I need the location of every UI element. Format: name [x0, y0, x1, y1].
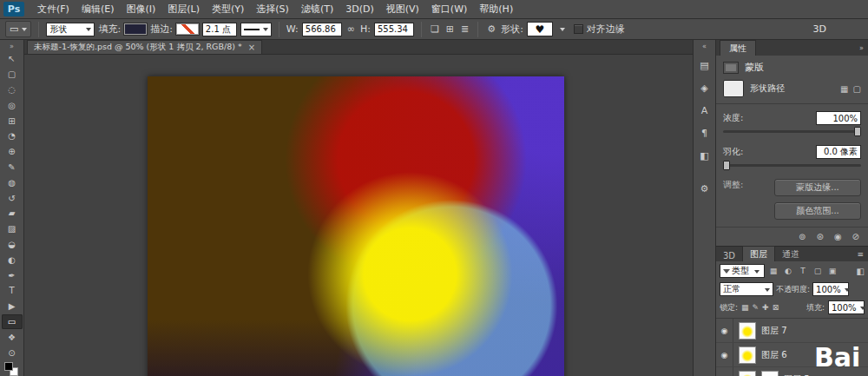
- blur-tool[interactable]: ◒: [2, 237, 23, 253]
- tool-mode-select[interactable]: 形状: [46, 23, 95, 36]
- tool-preset-picker[interactable]: ▭: [5, 21, 31, 37]
- layer-name[interactable]: 图层 7: [761, 325, 787, 337]
- lock-position-icon[interactable]: ✚: [762, 303, 769, 312]
- collapse-panel-icon[interactable]: »: [859, 44, 868, 52]
- expand-panels-icon[interactable]: «: [702, 43, 707, 50]
- height-input[interactable]: 555.34: [374, 23, 414, 36]
- menu-select[interactable]: 选择(S): [250, 3, 295, 16]
- layer-fill-input[interactable]: 100%: [828, 300, 865, 314]
- feather-input[interactable]: 0.0 像素: [816, 145, 861, 159]
- stroke-style-select[interactable]: [240, 23, 272, 36]
- load-selection-icon[interactable]: ⊚: [799, 232, 806, 241]
- panel-menu-icon[interactable]: ≡: [857, 250, 868, 259]
- menu-window[interactable]: 窗口(W): [425, 3, 473, 16]
- menu-3d[interactable]: 3D(D): [339, 3, 380, 15]
- pen-tool[interactable]: ✒: [2, 267, 23, 283]
- path-select-tool[interactable]: ▶: [2, 299, 23, 314]
- lasso-tool[interactable]: ◌: [2, 82, 23, 98]
- foreground-color-chip[interactable]: [4, 362, 13, 371]
- stroke-color-swatch[interactable]: [176, 23, 199, 35]
- color-chips[interactable]: [4, 362, 20, 376]
- feather-slider-knob[interactable]: [723, 161, 730, 170]
- link-dimensions-icon[interactable]: ∞: [345, 23, 357, 35]
- tool-presets-panel-icon[interactable]: ⚙: [696, 181, 713, 196]
- menu-help[interactable]: 帮助(H): [473, 3, 519, 16]
- menu-filter[interactable]: 滤镜(T): [295, 3, 339, 16]
- document-canvas[interactable]: [148, 76, 564, 376]
- filter-adjustment-icon[interactable]: ◐: [782, 265, 794, 277]
- menu-image[interactable]: 图像(I): [120, 3, 161, 16]
- brush-presets-panel-icon[interactable]: ◈: [696, 81, 713, 96]
- move-tool[interactable]: ↖: [2, 51, 23, 67]
- filter-type-icon[interactable]: T: [797, 265, 809, 277]
- crop-tool[interactable]: ⊞: [2, 113, 23, 129]
- layer-name[interactable]: 图层 6: [761, 349, 787, 361]
- lock-transparency-icon[interactable]: ▦: [741, 303, 749, 312]
- layer-thumbnail[interactable]: [739, 346, 756, 364]
- eraser-tool[interactable]: ▰: [2, 206, 23, 221]
- menu-view[interactable]: 视图(V): [380, 3, 425, 16]
- delete-mask-icon[interactable]: ⊘: [852, 232, 859, 241]
- mask-visibility-icon[interactable]: ◉: [834, 232, 842, 241]
- zoom-tool[interactable]: ⊙: [2, 345, 23, 360]
- custom-shape-picker[interactable]: ♥: [527, 22, 553, 36]
- paragraph-panel-icon[interactable]: ¶: [696, 126, 713, 141]
- gear-icon[interactable]: ⚙: [485, 23, 497, 35]
- menu-type[interactable]: 类型(Y): [206, 3, 250, 16]
- type-tool[interactable]: T: [2, 283, 23, 299]
- filter-toggle-icon[interactable]: ◧: [857, 267, 865, 276]
- document-tab[interactable]: 未标题-1-恢复的.psd @ 50% (形状 1 拷贝 2, RGB/8) *…: [27, 40, 262, 54]
- history-brush-tool[interactable]: ↺: [2, 190, 23, 206]
- tab-properties[interactable]: 属性: [720, 40, 756, 56]
- blend-mode-select[interactable]: 正常: [720, 282, 773, 296]
- path-arrange-icon[interactable]: ≣: [459, 23, 470, 35]
- menu-file[interactable]: 文件(F): [31, 3, 76, 16]
- workspace-3d-button[interactable]: 3D: [813, 23, 826, 35]
- pixel-mask-button[interactable]: ▦: [840, 84, 848, 94]
- dodge-tool[interactable]: ◐: [2, 252, 23, 267]
- gradient-tool[interactable]: ▨: [2, 221, 23, 237]
- layer-visibility-eye-icon[interactable]: ◉: [716, 367, 733, 376]
- lock-pixels-icon[interactable]: ✎: [753, 303, 760, 312]
- layer-filter-select[interactable]: 类型: [720, 264, 765, 278]
- tab-channels[interactable]: 通道: [775, 247, 806, 261]
- menu-layer[interactable]: 图层(L): [161, 3, 206, 16]
- brush-tool[interactable]: ✎: [2, 160, 23, 175]
- width-input[interactable]: 566.86: [302, 23, 342, 36]
- tab-layers[interactable]: 图层: [742, 246, 775, 261]
- shape-tool[interactable]: ▭: [2, 314, 23, 330]
- menu-edit[interactable]: 编辑(E): [76, 3, 121, 16]
- collapse-tools-icon[interactable]: »: [10, 42, 14, 51]
- density-slider-knob[interactable]: [854, 127, 861, 136]
- feather-slider[interactable]: [723, 164, 861, 167]
- opacity-input[interactable]: 100%: [812, 282, 849, 296]
- lock-all-icon[interactable]: ⊠: [773, 303, 779, 312]
- filter-shape-icon[interactable]: ▢: [812, 265, 824, 277]
- layer-visibility-eye-icon[interactable]: ◉: [716, 343, 733, 366]
- density-slider[interactable]: [723, 130, 861, 133]
- filter-smart-object-icon[interactable]: ▣: [826, 265, 838, 277]
- mask-edge-button[interactable]: 蒙版边缘...: [774, 179, 861, 196]
- healing-brush-tool[interactable]: ⊕: [2, 144, 23, 160]
- apply-mask-icon[interactable]: ⊛: [816, 232, 823, 241]
- hand-tool[interactable]: ❖: [2, 329, 23, 345]
- eyedropper-tool[interactable]: ◔: [2, 129, 23, 144]
- layer-thumbnail[interactable]: [739, 371, 756, 376]
- clone-stamp-tool[interactable]: ◍: [2, 175, 23, 190]
- tab-3d[interactable]: 3D: [716, 249, 742, 261]
- close-tab-icon[interactable]: ×: [248, 43, 255, 52]
- marquee-tool[interactable]: ▢: [2, 67, 23, 82]
- layer-visibility-eye-icon[interactable]: ◉: [716, 319, 733, 342]
- layer-mask-thumbnail[interactable]: [761, 371, 779, 376]
- align-edges-checkbox[interactable]: [574, 24, 583, 34]
- path-operations-icon[interactable]: ❏: [429, 23, 441, 35]
- quick-select-tool[interactable]: ◎: [2, 97, 23, 113]
- layer-name[interactable]: 图层 5: [784, 373, 810, 376]
- stroke-width-input[interactable]: 2.1 点: [202, 23, 237, 36]
- canvas-area[interactable]: [24, 55, 693, 376]
- color-range-button[interactable]: 颜色范围...: [774, 202, 861, 220]
- layer-row[interactable]: ◉ 图层 7: [716, 319, 868, 343]
- character-panel-icon[interactable]: A: [696, 103, 713, 118]
- layer-thumbnail[interactable]: [739, 322, 756, 340]
- filter-pixel-icon[interactable]: ▦: [767, 265, 779, 277]
